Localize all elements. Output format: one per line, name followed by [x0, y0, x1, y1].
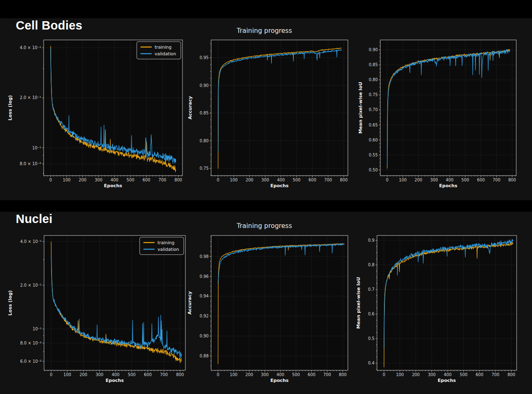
svg-text:100: 100 [63, 372, 71, 377]
legend-label-training: training [158, 240, 175, 245]
svg-text:0.4: 0.4 [368, 361, 374, 365]
svg-text:500: 500 [461, 178, 469, 182]
svg-text:600: 600 [477, 178, 485, 182]
svg-text:500: 500 [292, 372, 300, 377]
svg-text:0.85: 0.85 [200, 111, 209, 115]
svg-text:0.60: 0.60 [369, 138, 378, 142]
svg-text:100: 100 [399, 178, 407, 182]
legend-label-validation: validation [155, 51, 176, 56]
svg-text:400: 400 [276, 372, 284, 377]
svg-text:0.75: 0.75 [200, 166, 209, 171]
svg-text:600: 600 [308, 372, 315, 377]
svg-text:0.90: 0.90 [200, 334, 209, 338]
svg-text:500: 500 [126, 178, 134, 182]
svg-text:0.96: 0.96 [200, 274, 209, 279]
svg-text:0.75: 0.75 [369, 92, 378, 97]
legend-label-training: training [155, 45, 172, 50]
svg-text:0: 0 [49, 178, 52, 182]
chart-nuclei-iou: 01002003004005006007008000.40.50.60.70.8… [356, 235, 517, 383]
svg-text:0.5: 0.5 [368, 336, 374, 341]
chart-cell-bodies-iou: 01002003004005006007008000.500.550.600.6… [358, 40, 516, 188]
svg-text:300: 300 [261, 178, 269, 182]
x-axis-label: Epochs [106, 378, 124, 383]
svg-text:300: 300 [96, 372, 103, 377]
svg-text:100: 100 [396, 372, 404, 377]
svg-text:4.0 × 10⁻¹: 4.0 × 10⁻¹ [20, 239, 42, 244]
svg-text:700: 700 [323, 372, 331, 377]
chart-cell-bodies-accuracy: 01002003004005006007008000.750.800.850.9… [187, 40, 348, 188]
svg-text:10⁻¹: 10⁻¹ [32, 146, 41, 150]
svg-text:800: 800 [507, 372, 515, 377]
svg-text:2.0 × 10⁻¹: 2.0 × 10⁻¹ [20, 95, 41, 100]
charts-cell-bodies: 01002003004005006007008004.0 × 10⁻¹2.0 ×… [0, 18, 532, 200]
legend: trainingvalidation [137, 42, 181, 59]
svg-text:0.95: 0.95 [200, 55, 209, 60]
figure-panel-cell-bodies: Cell Bodies Training progress 0100200300… [0, 18, 532, 200]
chart-nuclei-loss: 01002003004005006007008004.0 × 10⁻¹2.0 ×… [7, 235, 185, 383]
svg-text:400: 400 [444, 372, 452, 377]
plot-area [380, 40, 516, 176]
svg-text:800: 800 [508, 178, 516, 182]
svg-text:300: 300 [95, 178, 103, 182]
plot-area [211, 235, 348, 370]
svg-text:600: 600 [475, 372, 483, 377]
svg-text:10⁻¹: 10⁻¹ [32, 327, 42, 331]
svg-text:200: 200 [246, 178, 254, 182]
svg-text:400: 400 [111, 178, 118, 182]
svg-text:200: 200 [245, 372, 253, 377]
svg-text:0.9: 0.9 [368, 238, 374, 243]
chart-cell-bodies-loss: 01002003004005006007008004.0 × 10⁻¹2.0 ×… [7, 40, 182, 188]
svg-text:0.80: 0.80 [369, 77, 378, 82]
charts-nuclei: 01002003004005006007008004.0 × 10⁻¹2.0 ×… [0, 212, 532, 394]
svg-text:0.7: 0.7 [368, 287, 374, 292]
x-axis-label: Epochs [104, 183, 122, 188]
plot-area [44, 40, 182, 176]
svg-text:800: 800 [340, 178, 348, 182]
y-axis-label: Accuracy [187, 96, 193, 119]
svg-text:200: 200 [79, 372, 87, 377]
svg-text:0.55: 0.55 [369, 153, 378, 157]
svg-text:0.98: 0.98 [200, 254, 209, 259]
svg-text:0.88: 0.88 [200, 354, 209, 358]
svg-text:0: 0 [383, 372, 385, 377]
svg-text:500: 500 [460, 372, 468, 377]
svg-text:100: 100 [230, 372, 238, 377]
y-axis-label: Mean pixel-wise IoU [358, 82, 363, 134]
x-axis-label: Epochs [271, 378, 289, 383]
svg-text:0.90: 0.90 [200, 83, 209, 88]
svg-text:400: 400 [112, 372, 120, 377]
svg-text:2.0 × 10⁻¹: 2.0 × 10⁻¹ [20, 283, 42, 287]
svg-text:200: 200 [79, 178, 86, 182]
svg-text:700: 700 [324, 178, 332, 182]
svg-text:600: 600 [308, 178, 316, 182]
svg-text:0: 0 [386, 178, 388, 182]
svg-text:300: 300 [430, 178, 438, 182]
svg-text:0: 0 [217, 372, 219, 377]
svg-text:4.0 × 10⁻¹: 4.0 × 10⁻¹ [20, 45, 41, 50]
svg-text:800: 800 [339, 372, 347, 377]
figure-panel-nuclei: Nuclei Training progress 010020030040050… [0, 212, 532, 394]
svg-text:6.0 × 10⁻²: 6.0 × 10⁻² [20, 359, 42, 364]
svg-text:300: 300 [428, 372, 436, 377]
svg-text:0.92: 0.92 [200, 314, 209, 318]
y-axis-label: Accuracy [187, 291, 192, 315]
y-axis-label: Loss (log) [7, 290, 13, 316]
svg-text:100: 100 [63, 178, 71, 182]
x-axis-label: Epochs [438, 378, 456, 383]
svg-text:600: 600 [143, 178, 150, 182]
svg-text:700: 700 [493, 178, 500, 182]
svg-text:500: 500 [128, 372, 136, 377]
y-axis-label: Loss (log) [7, 95, 13, 121]
svg-text:8.0 × 10⁻²: 8.0 × 10⁻² [20, 161, 41, 166]
svg-text:500: 500 [293, 178, 300, 182]
svg-text:0.8: 0.8 [368, 263, 374, 267]
svg-text:0.90: 0.90 [369, 47, 378, 52]
svg-text:700: 700 [492, 372, 500, 377]
svg-text:0.94: 0.94 [200, 294, 209, 298]
svg-text:200: 200 [412, 372, 420, 377]
plot-area [211, 40, 348, 176]
svg-text:200: 200 [414, 178, 422, 182]
svg-text:0.50: 0.50 [369, 168, 378, 172]
chart-nuclei-accuracy: 01002003004005006007008000.880.900.920.9… [187, 235, 348, 383]
svg-text:8.0 × 10⁻²: 8.0 × 10⁻² [20, 341, 42, 345]
